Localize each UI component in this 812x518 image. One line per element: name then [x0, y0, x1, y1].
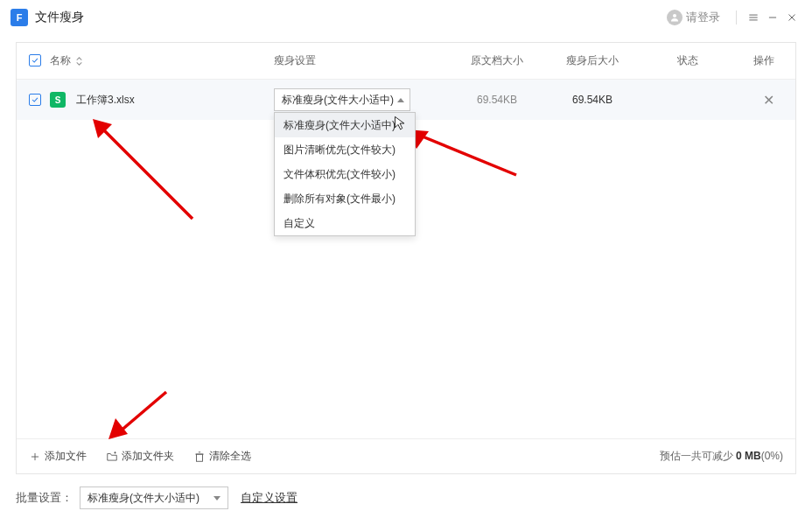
add-file-button[interactable]: 添加文件 — [29, 449, 87, 464]
sort-icon[interactable] — [76, 57, 82, 66]
add-folder-label: 添加文件夹 — [122, 449, 174, 464]
select-all-checkbox[interactable] — [29, 54, 41, 66]
panel-footer: 添加文件 添加文件夹 清除全选 预估一共可减少 0 MB(0%) — [17, 438, 795, 473]
slim-mode-select[interactable]: 标准瘦身(文件大小适中) 标准瘦身(文件大小适中) 图片清晰优先(文件较大) 文… — [274, 88, 410, 111]
main-panel: 名称 瘦身设置 原文档大小 瘦身后大小 状态 操作 S 工作簿3.xlsx 标准… — [16, 42, 796, 474]
col-orig-size: 原文档大小 — [449, 53, 545, 68]
batch-row: 批量设置： 标准瘦身(文件大小适中) 自定义设置 — [0, 480, 812, 516]
svg-point-0 — [673, 14, 676, 18]
dropdown-option[interactable]: 自定义 — [275, 211, 415, 235]
remove-row-button[interactable]: ✕ — [763, 93, 774, 108]
clear-all-button[interactable]: 清除全选 — [193, 449, 251, 464]
dropdown-option[interactable]: 图片清晰优先(文件较大) — [275, 137, 415, 162]
slim-mode-dropdown: 标准瘦身(文件大小适中) 图片清晰优先(文件较大) 文件体积优先(文件较小) 删… — [274, 112, 416, 236]
app-logo-icon: F — [10, 9, 28, 26]
custom-settings-link[interactable]: 自定义设置 — [241, 490, 298, 506]
login-button[interactable]: 请登录 — [667, 10, 720, 25]
col-status: 状态 — [640, 53, 736, 68]
select-value: 标准瘦身(文件大小适中) — [282, 93, 394, 108]
dropdown-option[interactable]: 标准瘦身(文件大小适中) — [275, 113, 415, 137]
close-button[interactable] — [782, 8, 802, 27]
dropdown-option[interactable]: 文件体积优先(文件较小) — [275, 162, 415, 186]
svg-rect-11 — [197, 454, 203, 461]
clear-all-label: 清除全选 — [209, 449, 251, 464]
chevron-up-icon — [397, 98, 404, 102]
col-after-size: 瘦身后大小 — [545, 53, 640, 68]
add-file-label: 添加文件 — [45, 449, 87, 464]
chevron-down-icon — [214, 496, 220, 500]
add-folder-button[interactable]: 添加文件夹 — [106, 449, 174, 464]
orig-size-value: 69.54KB — [449, 94, 545, 106]
table-body: S 工作簿3.xlsx 标准瘦身(文件大小适中) 标准瘦身(文件大小适中) 图片… — [17, 80, 795, 438]
batch-label: 批量设置： — [16, 490, 73, 506]
dropdown-option[interactable]: 删除所有对象(文件最小) — [275, 186, 415, 211]
col-name[interactable]: 名称 — [50, 53, 71, 68]
separator — [736, 10, 737, 24]
minimize-button[interactable] — [763, 8, 782, 27]
col-action: 操作 — [736, 53, 783, 68]
avatar-icon — [667, 10, 682, 25]
table-row: S 工作簿3.xlsx 标准瘦身(文件大小适中) 标准瘦身(文件大小适中) 图片… — [17, 80, 795, 120]
title-bar: F 文件瘦身 请登录 — [0, 0, 812, 35]
batch-select-value: 标准瘦身(文件大小适中) — [88, 491, 200, 506]
table-header: 名称 瘦身设置 原文档大小 瘦身后大小 状态 操作 — [17, 43, 795, 80]
xlsx-file-icon: S — [50, 92, 66, 108]
col-setting: 瘦身设置 — [274, 53, 449, 68]
estimate-text: 预估一共可减少 0 MB(0%) — [660, 449, 783, 464]
file-name: 工作簿3.xlsx — [76, 93, 135, 108]
app-title: 文件瘦身 — [35, 10, 84, 25]
batch-select[interactable]: 标准瘦身(文件大小适中) — [80, 486, 228, 509]
after-size-value: 69.54KB — [545, 94, 640, 106]
login-label: 请登录 — [686, 10, 720, 25]
row-checkbox[interactable] — [29, 94, 41, 106]
menu-button[interactable] — [744, 8, 763, 27]
